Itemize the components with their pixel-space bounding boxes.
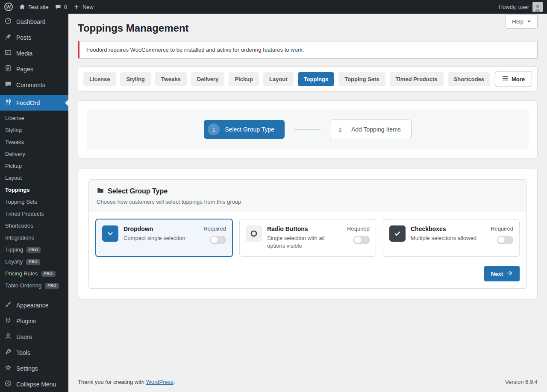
admin-footer: Thank you for creating with WordPress. V… [78, 373, 538, 392]
tab-timed-products[interactable]: Timed Products [390, 72, 444, 86]
arrow-right-icon [506, 270, 513, 278]
submenu-label: Tweaks [5, 139, 24, 146]
submenu-item-timed-products[interactable]: Timed Products [0, 208, 68, 220]
sidebar-item-appearance[interactable]: Appearance [0, 297, 68, 313]
wizard-steps: 1 Select Group Type 2 Add Topping Items [87, 109, 529, 149]
submenu-label: Topping Sets [5, 199, 37, 205]
option-title: Checkboxes [411, 225, 476, 232]
media-icon [4, 49, 12, 58]
version-label: Version 6.9.4 [505, 379, 538, 385]
option-radio-buttons[interactable]: Radio Buttons Single selection with all … [239, 219, 376, 257]
footer-thanks: Thank you for creating with WordPress. [78, 379, 175, 385]
comment-bubble-icon [55, 3, 62, 10]
help-dropdown-button[interactable]: Help [506, 15, 538, 29]
submenu-item-topping-sets[interactable]: Topping Sets [0, 196, 68, 208]
collapse-menu-button[interactable]: Collapse Menu [0, 376, 68, 392]
main-content: Help Toppings Management Foodord require… [68, 14, 547, 392]
submenu-item-tweaks[interactable]: Tweaks [0, 136, 68, 148]
submenu-item-shortcodes[interactable]: Shortcodes [0, 220, 68, 232]
tab-tweaks[interactable]: Tweaks [155, 72, 187, 86]
required-label: Required [491, 225, 513, 232]
submenu-item-integrations[interactable]: Integrations [0, 232, 68, 244]
woocommerce-requirement-notice: Foodord requires WooCommerce to be insta… [78, 41, 538, 59]
tab-shortcodes[interactable]: Shortcodes [448, 72, 491, 86]
wordpress-logo-icon[interactable]: W [4, 3, 13, 11]
sidebar-item-pages[interactable]: Pages [0, 61, 68, 77]
gear-icon [4, 364, 12, 373]
tab-pickup[interactable]: Pickup [229, 72, 259, 86]
pro-badge: PRO [45, 283, 59, 289]
submenu-item-license[interactable]: License [0, 112, 68, 124]
next-button[interactable]: Next [484, 266, 520, 281]
page-icon [4, 64, 12, 73]
dropdown-chevron-icon [102, 225, 118, 242]
step-1-select-group-type[interactable]: 1 Select Group Type [204, 120, 285, 139]
sidebar-item-foodord[interactable]: FoodOrd [0, 95, 68, 111]
tab-layout[interactable]: Layout [263, 72, 294, 86]
submenu-label: Integrations [5, 234, 34, 241]
tab-topping-sets[interactable]: Topping Sets [338, 72, 385, 86]
notice-text: Foodord requires WooCommerce to be insta… [86, 47, 304, 53]
sidebar-item-label: FoodOrd [16, 99, 40, 106]
tab-license[interactable]: License [83, 72, 116, 86]
comments-bubble[interactable]: 0 [55, 3, 67, 10]
submenu-item-table-ordering[interactable]: Table OrderingPRO [0, 280, 68, 292]
required-toggle[interactable] [210, 236, 226, 244]
group-type-title: Select Group Type [108, 187, 168, 195]
wordpress-link[interactable]: WordPress [146, 379, 174, 385]
option-dropdown[interactable]: Dropdown Compact single selection Requir… [96, 219, 232, 257]
sidebar-item-users[interactable]: Users [0, 329, 68, 345]
submenu-item-tipping[interactable]: TippingPRO [0, 244, 68, 256]
footer-period: . [174, 379, 175, 385]
sidebar-item-label: Tools [16, 349, 30, 356]
hamburger-menu-icon [502, 76, 508, 83]
submenu-label: Timed Products [5, 211, 44, 217]
required-toggle[interactable] [497, 236, 513, 244]
sidebar-item-media[interactable]: Media [0, 45, 68, 61]
sidebar-item-label: Appearance [16, 302, 49, 309]
required-toggle[interactable] [353, 236, 370, 244]
tab-styling[interactable]: Styling [120, 72, 150, 86]
sidebar-item-label: Posts [16, 34, 31, 41]
submenu-item-layout[interactable]: Layout [0, 172, 68, 184]
submenu-label: Toppings [5, 187, 30, 193]
sidebar-item-settings[interactable]: Settings [0, 360, 68, 376]
sidebar-item-tools[interactable]: Tools [0, 345, 68, 360]
paintbrush-icon [4, 301, 12, 310]
pro-badge: PRO [26, 247, 41, 253]
sidebar-item-label: Pages [16, 66, 33, 73]
group-type-options: Dropdown Compact single selection Requir… [96, 219, 520, 257]
submenu-item-loyalty[interactable]: LoyaltyPRO [0, 256, 68, 268]
submenu-item-pricing-rules[interactable]: Pricing RulesPRO [0, 268, 68, 280]
option-description: Compact single selection [124, 234, 185, 242]
site-name-link[interactable]: Test site [19, 3, 49, 10]
tab-toppings[interactable]: Toppings [298, 72, 335, 86]
step-2-number: 2 [334, 123, 346, 135]
new-content-button[interactable]: New [73, 3, 94, 10]
group-type-header: Select Group Type Choose how customers w… [89, 180, 526, 212]
user-avatar[interactable] [532, 2, 543, 12]
collapse-arrow-icon [4, 380, 12, 389]
submenu-item-pickup[interactable]: Pickup [0, 160, 68, 172]
step-connector-line [294, 129, 321, 130]
step-2-label: Add Topping Items [351, 126, 401, 133]
option-checkboxes[interactable]: Checkboxes Multiple selections allowed R… [383, 219, 520, 257]
tab-delivery[interactable]: Delivery [191, 72, 225, 86]
submenu-item-styling[interactable]: Styling [0, 124, 68, 136]
submenu-item-delivery[interactable]: Delivery [0, 148, 68, 160]
sidebar-item-dashboard[interactable]: Dashboard [0, 14, 68, 29]
step-2-add-topping-items[interactable]: 2 Add Topping Items [330, 120, 412, 139]
toggle-knob [354, 237, 361, 243]
sidebar-item-plugins[interactable]: Plugins [0, 313, 68, 329]
more-tabs-button[interactable]: More [495, 71, 532, 87]
submenu-label: Loyalty [5, 258, 23, 265]
sidebar-item-posts[interactable]: Posts [0, 29, 68, 45]
foodord-submenu: License Styling Tweaks Delivery Pickup L… [0, 111, 68, 295]
submenu-item-toppings[interactable]: Toppings [0, 184, 68, 196]
howdy-user-link[interactable]: Howdy, user [499, 4, 529, 10]
user-icon [4, 332, 12, 341]
sidebar-item-comments[interactable]: Comments [0, 77, 68, 93]
pin-icon [4, 33, 12, 42]
checkbox-check-icon [389, 225, 406, 242]
comments-count: 0 [64, 4, 67, 10]
